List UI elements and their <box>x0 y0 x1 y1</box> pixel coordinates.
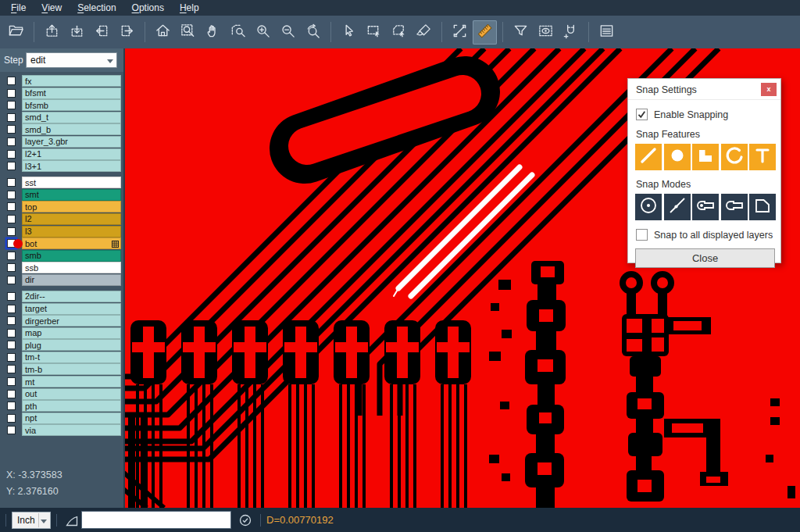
menu-help[interactable]: Help <box>172 0 207 16</box>
step-select[interactable]: edit <box>26 52 117 68</box>
move-down-button[interactable] <box>65 20 89 45</box>
snap-mode-center-button[interactable] <box>635 194 662 220</box>
snap-mode-slot-filled-button[interactable] <box>692 194 719 220</box>
layer-chip-fx[interactable]: fx <box>22 75 121 87</box>
layer-visibility-checkbox[interactable] <box>7 316 16 325</box>
units-select[interactable]: Inch <box>12 512 51 529</box>
open-folder-button[interactable] <box>4 20 28 45</box>
dialog-titlebar[interactable]: Snap Settings x <box>628 79 780 100</box>
layer-visibility-checkbox[interactable] <box>7 191 16 199</box>
snap-all-layers-checkbox[interactable] <box>636 229 648 241</box>
home-view-button[interactable] <box>151 20 175 45</box>
layer-chip-smb[interactable]: smb <box>22 250 121 262</box>
layer-visibility-checkbox[interactable] <box>7 292 16 301</box>
layer-visibility-checkbox[interactable] <box>7 89 16 98</box>
zoom-in-button[interactable] <box>251 20 275 45</box>
snap-feature-arc-button[interactable] <box>721 144 748 170</box>
layer-visibility-checkbox[interactable] <box>7 377 16 386</box>
layer-visibility-checkbox[interactable] <box>7 426 16 434</box>
layer-chip-bfsmt[interactable]: bfsmt <box>22 87 121 99</box>
layer-chip-smd_t[interactable]: smd_t <box>22 112 121 123</box>
select-rectangle-button[interactable] <box>362 20 386 45</box>
layer-visibility-checkbox[interactable] <box>7 252 16 260</box>
snap-settings-button[interactable] <box>559 20 583 45</box>
view-options-button[interactable] <box>534 20 558 45</box>
snap-feature-text-button[interactable] <box>749 144 776 170</box>
filter-button[interactable] <box>509 20 533 45</box>
move-left-button[interactable] <box>90 20 114 45</box>
layer-visibility-checkbox[interactable] <box>7 414 16 423</box>
layer-visibility-checkbox[interactable] <box>7 125 16 134</box>
menu-view[interactable]: View <box>34 0 70 16</box>
snap-mode-slot-outline-button[interactable] <box>721 194 748 220</box>
layer-chip-via[interactable]: via <box>22 424 121 436</box>
layer-chip-smt[interactable]: smt <box>22 189 121 201</box>
pan-hand-button[interactable] <box>201 20 225 45</box>
layer-visibility-checkbox[interactable] <box>7 305 16 313</box>
layer-visibility-checkbox[interactable] <box>7 113 16 122</box>
angle-corner-icon[interactable] <box>62 512 81 528</box>
menu-file[interactable]: File <box>3 0 34 16</box>
snap-feature-surface-button[interactable] <box>692 144 719 170</box>
layer-chip-l3+1[interactable]: l3+1 <box>22 160 121 172</box>
layer-chip-out[interactable]: out <box>22 388 121 400</box>
menu-options[interactable]: Options <box>124 0 172 16</box>
layer-chip-mt[interactable]: mt <box>22 376 121 387</box>
layer-visibility-checkbox[interactable] <box>7 353 16 362</box>
layer-visibility-checkbox[interactable] <box>7 162 16 170</box>
layer-chip-tm-t[interactable]: tm-t <box>22 352 121 363</box>
layer-visibility-checkbox[interactable] <box>7 402 16 410</box>
snap-feature-line-button[interactable] <box>635 144 662 170</box>
layer-visibility-checkbox[interactable] <box>7 137 16 146</box>
layer-chip-ssb[interactable]: ssb <box>22 262 121 273</box>
close-icon[interactable]: x <box>761 83 777 96</box>
layer-panel-button[interactable] <box>595 20 619 45</box>
layer-visibility-checkbox[interactable] <box>7 263 16 272</box>
snap-feature-pad-button[interactable] <box>664 144 691 170</box>
layer-chip-dirgerber[interactable]: dirgerber <box>22 315 121 327</box>
zoom-window-button[interactable] <box>176 20 200 45</box>
measure-line-button[interactable] <box>448 20 472 45</box>
close-button[interactable]: Close <box>635 248 775 268</box>
layer-chip-target[interactable]: target <box>22 303 121 315</box>
move-up-button[interactable] <box>40 20 64 45</box>
grid-icon[interactable] <box>112 240 119 249</box>
layer-visibility-checkbox[interactable] <box>7 276 16 284</box>
layer-chip-pth[interactable]: pth <box>22 400 121 412</box>
layer-visibility-checkbox[interactable] <box>7 178 16 187</box>
layer-chip-plug[interactable]: plug <box>22 339 121 351</box>
layer-chip-l2[interactable]: l2 <box>22 213 121 225</box>
sync-check-icon[interactable] <box>236 513 255 527</box>
layer-visibility-checkbox[interactable] <box>7 390 16 398</box>
layer-chip-smd_b[interactable]: smd_b <box>22 123 121 135</box>
select-pointer-button[interactable] <box>337 20 361 45</box>
layer-chip-bfsmb[interactable]: bfsmb <box>22 99 121 111</box>
layer-visibility-checkbox[interactable] <box>7 202 16 211</box>
layer-chip-sst[interactable]: sst <box>22 177 121 188</box>
layer-chip-l3[interactable]: l3 <box>22 226 121 237</box>
zoom-polygon-button[interactable] <box>226 20 250 45</box>
layer-chip-dir[interactable]: dir <box>22 274 121 286</box>
layer-chip-top[interactable]: top <box>22 201 121 212</box>
layer-visibility-checkbox[interactable] <box>7 77 16 85</box>
layer-visibility-checkbox[interactable] <box>7 227 16 236</box>
layer-visibility-checkbox[interactable] <box>7 215 16 223</box>
layer-visibility-checkbox[interactable] <box>7 150 16 159</box>
zoom-previous-button[interactable] <box>301 20 325 45</box>
enable-snapping-checkbox[interactable] <box>636 109 648 120</box>
layer-chip-2dir--[interactable]: 2dir-- <box>22 291 121 302</box>
layer-visibility-checkbox[interactable] <box>7 341 16 349</box>
layer-chip-l2+1[interactable]: l2+1 <box>22 148 121 160</box>
layer-visibility-checkbox[interactable] <box>7 329 16 337</box>
select-polygon-button[interactable] <box>387 20 411 45</box>
layer-chip-tm-b[interactable]: tm-b <box>22 363 121 375</box>
move-right-button[interactable] <box>115 20 139 45</box>
command-input[interactable] <box>81 511 231 529</box>
layer-chip-npt[interactable]: npt <box>22 412 121 424</box>
layer-chip-map[interactable]: map <box>22 327 121 339</box>
snap-mode-corner-button[interactable] <box>749 194 776 220</box>
select-brush-button[interactable] <box>412 20 436 45</box>
layer-chip-layer_3.gbr[interactable]: layer_3.gbr <box>22 136 121 148</box>
zoom-out-button[interactable] <box>276 20 300 45</box>
layer-chip-bot[interactable]: bot <box>22 237 121 249</box>
